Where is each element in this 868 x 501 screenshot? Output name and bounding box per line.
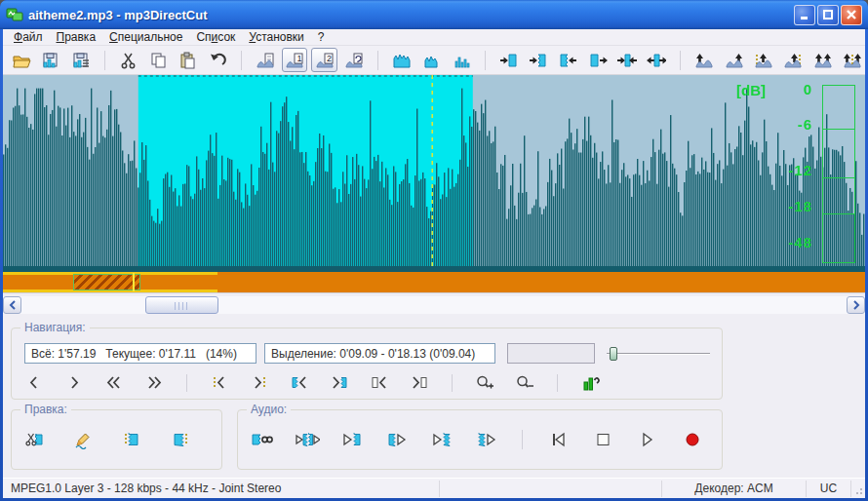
db-tick-label: -48: [773, 234, 812, 250]
loop-play-button[interactable]: [246, 428, 279, 451]
prev-cue-button[interactable]: [205, 371, 234, 395]
status-spacer: [440, 481, 662, 497]
status-bar: MPEG1.0 Layer 3 - 128 kbps - 44 kHz - Jo…: [3, 478, 865, 498]
menu-item-0[interactable]: Файл: [7, 29, 50, 45]
cut-selection-button[interactable]: [18, 428, 51, 451]
record-button[interactable]: [676, 428, 709, 451]
batch-button[interactable]: [341, 48, 367, 72]
sel-shrink-button[interactable]: [614, 48, 640, 72]
set-selection-start-button[interactable]: [115, 428, 148, 451]
view-whole-button[interactable]: [389, 48, 414, 72]
layer1-view-button[interactable]: 1: [282, 48, 307, 72]
menu-item-5[interactable]: ?: [311, 29, 332, 45]
app-window: aitheme2.mp3 - mp3DirectCut ФайлПравкаСп…: [0, 0, 868, 501]
view-selection-button[interactable]: [418, 48, 444, 72]
level-meter: [822, 85, 855, 263]
view-detail-button[interactable]: [448, 48, 473, 72]
play-from-selection-button[interactable]: [380, 428, 414, 451]
menu-item-2[interactable]: Специальное: [102, 29, 189, 45]
navigation-group: Навигация: Всё: 1'57.19 Текущее: 0'17.11…: [11, 328, 723, 400]
app-icon: [6, 6, 23, 23]
toolbar-separator: [241, 51, 242, 70]
sel-start-in-button[interactable]: [496, 48, 522, 72]
menu-item-4[interactable]: Установки: [242, 29, 311, 45]
edit-pen-button[interactable]: [66, 428, 99, 451]
zoom-out-button[interactable]: [510, 371, 539, 395]
marker-in-left-button[interactable]: [751, 48, 776, 72]
save-parts-button[interactable]: [68, 48, 94, 72]
open-button[interactable]: [9, 48, 34, 72]
vu-meter-button[interactable]: [575, 371, 605, 395]
waveform-display[interactable]: [3, 75, 865, 266]
play-to-end-button[interactable]: [425, 428, 458, 451]
toolbar-separator: [557, 374, 558, 392]
undo-button[interactable]: [205, 48, 230, 72]
time-info-field: Всё: 1'57.19 Текущее: 0'17.11 (14%): [24, 343, 256, 364]
menu-bar: ФайлПравкаСпециальноеСписокУстановки?: [3, 29, 865, 46]
mode-status: UC: [807, 481, 851, 497]
prev-frame-button[interactable]: [365, 371, 394, 395]
marker-next-button[interactable]: [722, 48, 747, 72]
fast-back-button[interactable]: [99, 371, 129, 395]
resize-grip[interactable]: [851, 481, 865, 497]
layer2-view-button[interactable]: 2: [311, 48, 336, 72]
position-bar[interactable]: [3, 272, 865, 292]
play-button[interactable]: [631, 428, 664, 451]
skip-to-start-button[interactable]: [541, 428, 574, 451]
db-tick-label: -12: [773, 162, 812, 178]
menu-item-3[interactable]: Список: [189, 29, 242, 45]
marker-prev-button[interactable]: [691, 48, 717, 72]
scrollbar-track[interactable]: [21, 296, 847, 314]
play-to-selection-button[interactable]: [335, 428, 369, 451]
marker-in-right-button[interactable]: [780, 48, 806, 72]
zoom-in-button[interactable]: [470, 371, 499, 395]
goto-selection-start-button[interactable]: [285, 371, 314, 395]
scroll-right-button[interactable]: [847, 296, 865, 314]
slider-thumb[interactable]: [610, 347, 617, 361]
waveform-area: [dB] 0-6-12-18-48: [3, 75, 865, 266]
decoder-status: Декодер: ACM: [662, 481, 807, 497]
stop-button[interactable]: [586, 428, 619, 451]
step-back-button[interactable]: [20, 371, 49, 395]
toolbar-separator: [680, 51, 681, 70]
marker-expand-button[interactable]: [840, 48, 865, 72]
db-unit-label: [dB]: [736, 82, 766, 98]
file-info-button[interactable]: [253, 48, 278, 72]
step-forward-button[interactable]: [59, 371, 89, 395]
scroll-thumb[interactable]: [145, 296, 218, 314]
db-tick-label: 0: [773, 81, 812, 97]
marker-shrink-button[interactable]: [809, 48, 835, 72]
play-around-cut-button[interactable]: [291, 428, 324, 451]
copy-button[interactable]: [145, 48, 171, 72]
save-audio-button[interactable]: [38, 48, 63, 72]
sel-end-in-button[interactable]: [555, 48, 580, 72]
edit-label: Правка:: [20, 403, 71, 416]
scroll-left-button[interactable]: [3, 296, 21, 314]
play-from-end-button[interactable]: [470, 428, 503, 451]
toolbar-separator: [522, 430, 523, 449]
paste-button[interactable]: [175, 48, 200, 72]
fast-forward-button[interactable]: [139, 371, 169, 395]
cut-button[interactable]: [116, 48, 141, 72]
goto-selection-end-button[interactable]: [325, 371, 354, 395]
next-frame-button[interactable]: [405, 371, 434, 395]
title-bar[interactable]: aitheme2.mp3 - mp3DirectCut: [0, 0, 868, 29]
next-cue-button[interactable]: [245, 371, 274, 395]
sel-expand-button[interactable]: [644, 48, 669, 72]
position-selection: [73, 274, 141, 290]
speed-slider[interactable]: [607, 346, 710, 362]
close-button[interactable]: [841, 5, 862, 25]
slider-track: [607, 353, 710, 355]
selection-info-field: Выделение: 0'09.09 - 0'18.13 (0'09.04): [264, 343, 495, 364]
window-title: aitheme2.mp3 - mp3DirectCut: [28, 8, 794, 22]
main-toolbar: 12: [3, 46, 865, 75]
format-status: MPEG1.0 Layer 3 - 128 kbps - 44 kHz - Jo…: [3, 481, 440, 497]
svg-text:1: 1: [297, 54, 302, 63]
sel-start-snap-button[interactable]: [526, 48, 551, 72]
horizontal-scrollbar[interactable]: [3, 296, 865, 314]
minimize-button[interactable]: [794, 5, 815, 25]
set-selection-end-button[interactable]: [164, 428, 197, 451]
maximize-button[interactable]: [817, 5, 839, 25]
sel-end-out-button[interactable]: [585, 48, 611, 72]
menu-item-1[interactable]: Правка: [50, 29, 103, 45]
